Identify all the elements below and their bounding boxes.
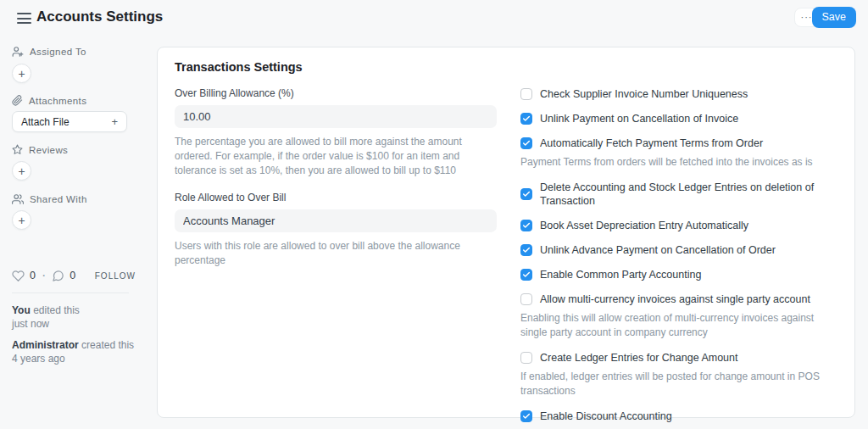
sidebar-divider (12, 292, 129, 293)
checkbox-unlink-payment-invoice[interactable]: Unlink Payment on Cancellation of Invoic… (520, 112, 843, 125)
checkbox-icon[interactable] (520, 293, 532, 305)
checkbox-icon[interactable] (520, 220, 532, 231)
save-button[interactable]: Save (812, 7, 857, 28)
checkbox-delete-ledger-entries[interactable]: Delete Accounting and Stock Ledger Entri… (520, 181, 843, 208)
checkbox-label: Check Supplier Invoice Number Uniqueness (540, 87, 748, 101)
checkbox-item: Check Supplier Invoice Number Uniqueness (520, 87, 843, 101)
heart-icon[interactable] (12, 270, 25, 282)
sidebar-section-label: Attachments (29, 96, 86, 106)
checkbox-icon[interactable] (520, 88, 532, 100)
checkbox-item: Unlink Payment on Cancellation of Invoic… (520, 112, 843, 125)
menu-hamburger-icon[interactable] (17, 13, 31, 24)
field-over-billing-allowance: Over Billing Allowance (%) The percentag… (175, 87, 497, 178)
sidebar-section-label: Assigned To (30, 47, 86, 57)
checkbox-item: Book Asset Depreciation Entry Automatica… (520, 219, 843, 232)
paperclip-icon (12, 95, 23, 106)
activity-actor: You (12, 304, 31, 316)
follow-button[interactable]: FOLLOW (95, 271, 136, 281)
checkbox-icon[interactable] (520, 269, 532, 281)
star-icon (12, 144, 23, 155)
checkbox-unlink-advance-payment[interactable]: Unlink Advance Payment on Cancellation o… (520, 243, 843, 257)
checkbox-book-asset-depreciation[interactable]: Book Asset Depreciation Entry Automatica… (520, 219, 843, 232)
sidebar-section-assigned-to: Assigned To (12, 46, 86, 58)
transactions-settings-card: Transactions Settings Over Billing Allow… (157, 47, 855, 418)
sidebar: Assigned To + Attachments Attach File + … (12, 44, 139, 417)
activity-time: 4 years ago (12, 353, 65, 365)
checkbox-label: Delete Accounting and Stock Ledger Entri… (540, 181, 843, 208)
sidebar-section-label: Shared With (30, 194, 87, 204)
add-review-button[interactable]: + (12, 161, 31, 181)
sidebar-section-label: Reviews (29, 145, 68, 155)
checkbox-item: Enable Common Party Accounting (520, 268, 843, 281)
section-title: Transactions Settings (175, 60, 303, 74)
separator: · (42, 268, 46, 283)
form-column-left: Over Billing Allowance (%) The percentag… (175, 87, 497, 281)
over-billing-allowance-input[interactable] (175, 105, 497, 128)
header: Accounts Settings ··· Save (0, 0, 868, 37)
field-label: Over Billing Allowance (%) (175, 87, 497, 99)
comments-count: 0 (70, 270, 75, 281)
checkbox-item: Create Ledger Entries for Change Amount … (520, 351, 843, 398)
people-icon (12, 193, 24, 205)
comment-icon[interactable] (52, 270, 64, 282)
add-assignment-button[interactable]: + (12, 64, 31, 83)
checkbox-fetch-payment-terms[interactable]: Automatically Fetch Payment Terms from O… (520, 136, 843, 150)
sidebar-section-attachments: Attachments (12, 95, 86, 106)
field-label: Role Allowed to Over Bill (175, 192, 497, 203)
checkbox-multi-currency-invoices[interactable]: Allow multi-currency invoices against si… (520, 292, 843, 306)
checkbox-description: Enabling this will allow creation of mul… (520, 311, 843, 340)
checkbox-supplier-invoice-uniqueness[interactable]: Check Supplier Invoice Number Uniqueness (520, 87, 843, 101)
checkbox-label: Automatically Fetch Payment Terms from O… (540, 136, 763, 150)
checkbox-icon[interactable] (520, 188, 532, 200)
checkbox-icon[interactable] (520, 352, 532, 364)
checkbox-item: Enable Discount Accounting If enabled, a… (520, 410, 843, 429)
activity-actor: Administrator (12, 339, 79, 351)
field-description: Users with this role are allowed to over… (175, 239, 497, 268)
checkbox-description: Payment Terms from orders will be fetche… (520, 155, 843, 170)
checkbox-label: Create Ledger Entries for Change Amount (540, 351, 737, 365)
checkbox-enable-discount-accounting[interactable]: Enable Discount Accounting (520, 410, 843, 423)
activity-action: created this (81, 339, 134, 351)
activity-action: edited this (33, 304, 80, 316)
role-allowed-over-bill-input[interactable] (175, 209, 497, 232)
accounts-settings-page: { "colors": { "accent": "#2490EF" }, "he… (0, 0, 868, 429)
field-role-allowed-to-over-bill: Role Allowed to Over Bill Users with thi… (175, 192, 497, 268)
checkbox-label: Unlink Payment on Cancellation of Invoic… (540, 112, 738, 125)
activity-edited: You edited this just now (12, 304, 80, 331)
checkbox-label: Enable Common Party Accounting (540, 268, 701, 281)
checkbox-icon[interactable] (520, 244, 532, 256)
page-title: Accounts Settings (36, 8, 163, 25)
checkbox-label: Enable Discount Accounting (540, 410, 672, 423)
checkbox-item: Automatically Fetch Payment Terms from O… (520, 136, 843, 170)
checkbox-item: Allow multi-currency invoices against si… (520, 292, 843, 340)
likes-count: 0 (30, 270, 36, 281)
form-column-right: Check Supplier Invoice Number Uniqueness… (520, 87, 843, 429)
checkbox-label: Unlink Advance Payment on Cancellation o… (540, 243, 776, 257)
add-share-button[interactable]: + (12, 210, 31, 230)
activity-created: Administrator created this 4 years ago (12, 338, 134, 365)
checkbox-icon[interactable] (520, 137, 532, 149)
checkbox-ledger-entries-change-amount[interactable]: Create Ledger Entries for Change Amount (520, 351, 843, 365)
checkbox-item: Delete Accounting and Stock Ledger Entri… (520, 181, 843, 208)
activity-time: just now (12, 318, 49, 330)
attach-file-label: Attach File (21, 116, 70, 128)
assign-user-icon (12, 46, 24, 58)
checkbox-label: Allow multi-currency invoices against si… (540, 292, 810, 306)
attach-file-button[interactable]: Attach File + (12, 111, 127, 132)
checkbox-description: If enabled, ledger entries will be poste… (520, 370, 843, 398)
checkbox-common-party-accounting[interactable]: Enable Common Party Accounting (520, 268, 843, 281)
sidebar-section-shared-with: Shared With (12, 193, 87, 205)
field-description: The percentage you are allowed to bill m… (175, 135, 497, 178)
likes-row: 0 · 0 FOLLOW (12, 268, 136, 283)
plus-icon: + (111, 115, 118, 128)
checkbox-icon[interactable] (520, 410, 532, 422)
checkbox-item: Unlink Advance Payment on Cancellation o… (520, 243, 843, 257)
sidebar-section-reviews: Reviews (12, 144, 68, 155)
checkbox-icon[interactable] (520, 113, 532, 125)
checkbox-label: Book Asset Depreciation Entry Automatica… (540, 219, 748, 232)
